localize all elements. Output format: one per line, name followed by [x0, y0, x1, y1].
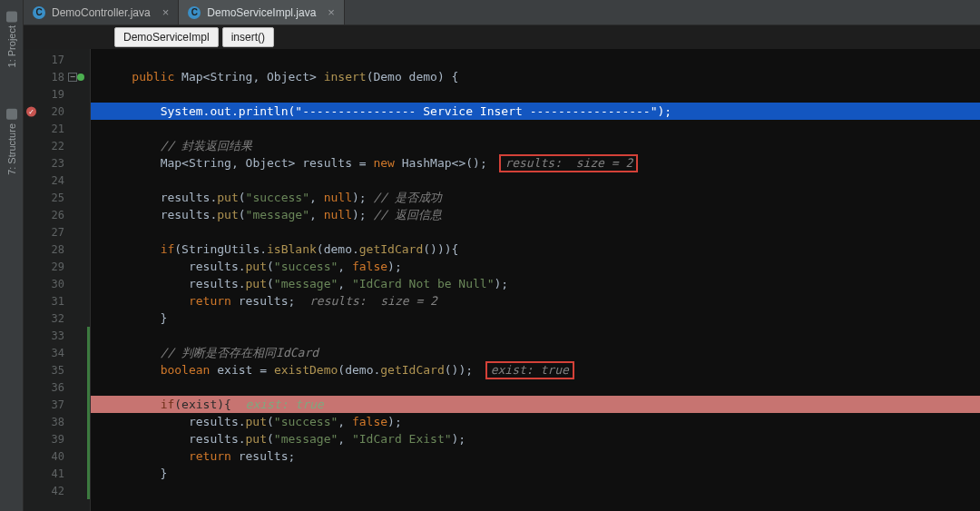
gutter-ok-icon[interactable] — [77, 74, 84, 81]
gutter-line[interactable]: 34 — [24, 344, 90, 361]
code-line[interactable] — [91, 51, 980, 68]
tab-demo-controller[interactable]: C DemoController.java × — [24, 0, 179, 25]
class-icon: C — [188, 6, 201, 19]
code-line[interactable]: return results; — [91, 447, 980, 465]
code-line[interactable] — [91, 327, 980, 344]
code-line[interactable]: // 判断是否存在相同IdCard — [91, 344, 980, 361]
toolwindow-project[interactable]: 1: Project — [5, 4, 19, 74]
vcs-change-marker — [87, 413, 90, 430]
close-icon[interactable]: × — [328, 5, 335, 19]
code-line[interactable]: if(StringUtils.isBlank(demo.getIdCard())… — [91, 241, 980, 258]
code-line[interactable] — [91, 172, 980, 189]
toolwindow-label: 1: Project — [6, 25, 17, 67]
vcs-change-marker — [87, 430, 90, 447]
code-line[interactable]: } — [91, 465, 980, 482]
gutter-line[interactable]: 18− — [24, 68, 90, 85]
gutter-line[interactable]: 20✓ — [24, 103, 90, 120]
gutter-line[interactable]: 35 — [24, 361, 90, 378]
code-line[interactable]: results.put("message", null); // 返回信息 — [91, 206, 980, 223]
gutter-line[interactable]: 40 — [24, 447, 90, 465]
code-line[interactable] — [91, 378, 980, 396]
gutter-line[interactable]: 21 — [24, 120, 90, 137]
code-area[interactable]: public Map<String, Object> insert(Demo d… — [91, 49, 980, 511]
gutter-line[interactable]: 19 — [24, 85, 90, 103]
vcs-change-marker — [87, 378, 90, 396]
gutter-line[interactable]: 26 — [24, 206, 90, 223]
gutter-line[interactable]: 29 — [24, 258, 90, 275]
gutter-line[interactable]: 22 — [24, 137, 90, 154]
code-line[interactable]: results.put("message", "IdCard Not be Nu… — [91, 275, 980, 292]
gutter-line[interactable]: 17 — [24, 51, 90, 68]
gutter[interactable]: 1718−1920✓212223242526272829303132333435… — [24, 49, 91, 511]
gutter-line[interactable]: 31 — [24, 292, 90, 310]
gutter-line[interactable]: 24 — [24, 172, 90, 189]
project-icon — [6, 11, 17, 22]
close-icon[interactable]: × — [162, 5, 170, 19]
code-line[interactable]: results.put("success", false); — [91, 258, 980, 275]
editor-tabs: C DemoController.java × C DemoServiceImp… — [24, 0, 980, 25]
vcs-change-marker — [87, 482, 90, 499]
class-icon: C — [33, 6, 45, 19]
main-area: C DemoController.java × C DemoServiceImp… — [24, 0, 980, 511]
breakpoint-icon[interactable]: ✓ — [26, 106, 36, 116]
code-line[interactable]: public Map<String, Object> insert(Demo d… — [91, 68, 980, 85]
code-line[interactable] — [91, 482, 980, 499]
code-line[interactable]: results.put("success", null); // 是否成功 — [91, 189, 980, 206]
vcs-change-marker — [87, 396, 90, 413]
gutter-line[interactable]: 36 — [24, 378, 90, 396]
code-line[interactable]: if(exist){ exist: true — [91, 396, 980, 413]
gutter-line[interactable]: 33 — [24, 327, 90, 344]
code-line[interactable]: boolean exist = existDemo(demo.getIdCard… — [91, 361, 980, 378]
code-line[interactable] — [91, 120, 980, 137]
tab-demo-service-impl[interactable]: C DemoServiceImpl.java × — [179, 0, 345, 25]
code-line[interactable]: results.put("success", false); — [91, 413, 980, 430]
code-line[interactable]: // 封装返回结果 — [91, 137, 980, 154]
vcs-change-marker — [87, 361, 90, 378]
breadcrumb[interactable]: DemoServiceImpl — [114, 27, 219, 47]
code-line[interactable]: Map<String, Object> results = new HashMa… — [91, 154, 980, 172]
gutter-line[interactable]: 32 — [24, 310, 90, 327]
code-line[interactable]: return results; results: size = 2 — [91, 292, 980, 310]
gutter-line[interactable]: 30 — [24, 275, 90, 292]
structure-icon — [6, 109, 17, 120]
breadcrumb[interactable]: insert() — [222, 27, 274, 47]
gutter-line[interactable]: 37 — [24, 396, 90, 413]
gutter-line[interactable]: 27 — [24, 223, 90, 241]
gutter-line[interactable]: 42 — [24, 482, 90, 499]
code-line[interactable]: System.out.println("---------------- Ser… — [91, 103, 980, 120]
tab-label: DemoController.java — [52, 6, 151, 19]
vcs-change-marker — [87, 465, 90, 482]
toolwindow-structure[interactable]: 7: Structure — [5, 102, 19, 182]
gutter-line[interactable]: 25 — [24, 189, 90, 206]
breadcrumb-bar: DemoServiceImpl insert() — [24, 25, 980, 49]
code-line[interactable] — [91, 85, 980, 103]
fold-icon[interactable]: − — [68, 73, 77, 82]
gutter-line[interactable]: 39 — [24, 430, 90, 447]
gutter-line[interactable]: 28 — [24, 241, 90, 258]
left-tool-stripe: 1: Project 7: Structure — [0, 0, 24, 511]
vcs-change-marker — [87, 344, 90, 361]
vcs-change-marker — [87, 327, 90, 344]
code-line[interactable]: results.put("message", "IdCard Exist"); — [91, 430, 980, 447]
code-editor[interactable]: 1718−1920✓212223242526272829303132333435… — [24, 49, 980, 511]
tab-label: DemoServiceImpl.java — [207, 6, 316, 19]
gutter-line[interactable]: 41 — [24, 465, 90, 482]
gutter-line[interactable]: 38 — [24, 413, 90, 430]
gutter-line[interactable]: 23 — [24, 154, 90, 172]
code-line[interactable]: } — [91, 310, 980, 327]
vcs-change-marker — [87, 447, 90, 465]
toolwindow-label: 7: Structure — [6, 123, 17, 175]
code-line[interactable] — [91, 223, 980, 241]
